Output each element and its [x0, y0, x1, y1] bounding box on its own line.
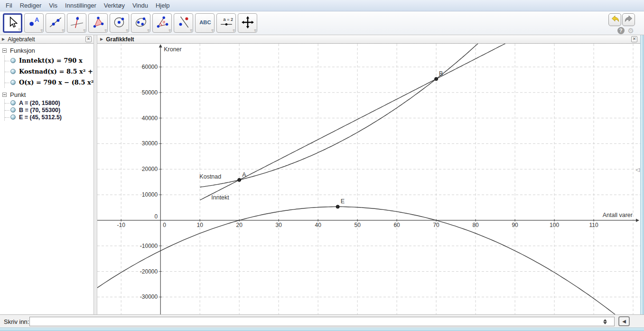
- undo-arrow-icon: [610, 14, 620, 26]
- point-label-e: E: [341, 198, 345, 205]
- y-axis-tick-label: 60000: [142, 64, 158, 70]
- conic-five-points-icon: [134, 16, 148, 31]
- close-icon[interactable]: ✕: [85, 36, 92, 42]
- tool-button-new-point[interactable]: A▿: [24, 13, 44, 33]
- tool-button-angle[interactable]: α▿: [152, 13, 172, 33]
- gear-icon[interactable]: ⚙: [628, 27, 634, 34]
- tool-button-polygon[interactable]: ▿: [88, 13, 108, 33]
- group-label: Funksjon: [10, 47, 35, 54]
- up-down-spinner-icon[interactable]: [602, 318, 608, 325]
- menu-item-verkty[interactable]: Verktøy: [100, 2, 129, 9]
- slider-icon: a = 2: [220, 16, 233, 31]
- menu-item-fil[interactable]: Fil: [2, 2, 16, 9]
- algebra-item-text: E = (45, 5312.5): [19, 114, 62, 121]
- algebra-item[interactable]: Inntekt(x) = 790 x: [5, 55, 93, 66]
- curve-label-inntekt: Inntekt: [211, 194, 229, 201]
- dropdown-triangle-icon[interactable]: ▿: [40, 28, 43, 33]
- algebra-item[interactable]: Kostnad(x) = 8.5 x² + 2: [5, 66, 93, 77]
- dropdown-triangle-icon[interactable]: ▿: [168, 28, 171, 33]
- visibility-marble-icon[interactable]: [10, 107, 16, 113]
- menu-item-vis[interactable]: Vis: [45, 2, 61, 9]
- menu-item-vindu[interactable]: Vindu: [129, 2, 152, 9]
- y-axis-tick-label: -20000: [140, 268, 158, 275]
- tool-button-move-cursor[interactable]: ▿: [3, 13, 22, 33]
- x-axis-name-label: Antall varer: [603, 212, 633, 218]
- x-axis-tick-label: 70: [433, 222, 439, 228]
- point-e: [336, 205, 339, 208]
- visibility-marble-icon[interactable]: [10, 80, 16, 85]
- algebra-item[interactable]: A = (20, 15800): [5, 99, 93, 106]
- y-axis-tick-label: 30000: [142, 140, 158, 147]
- help-settings-group: ? ⚙: [617, 27, 634, 34]
- point-label-b: B: [439, 70, 443, 77]
- algebra-group-header[interactable]: Funksjon: [0, 46, 93, 55]
- point-label-a: A: [242, 171, 246, 178]
- menu-item-hjelp[interactable]: Hjelp: [152, 2, 174, 9]
- dropdown-triangle-icon[interactable]: ▿: [104, 28, 107, 33]
- svg-text:a = 2: a = 2: [223, 17, 233, 21]
- x-axis-tick-label: 80: [472, 222, 479, 228]
- window-right-border: [640, 35, 644, 328]
- y-axis-tick-label: -10000: [140, 243, 158, 249]
- x-axis-tick-label: 60: [393, 222, 400, 228]
- algebra-item[interactable]: E = (45, 5312.5): [5, 113, 93, 121]
- panel-splitter[interactable]: [93, 35, 97, 314]
- algebra-group-items: Inntekt(x) = 790 xKostnad(x) = 8.5 x² + …: [4, 55, 93, 88]
- dropdown-triangle-icon[interactable]: ▿: [190, 28, 192, 33]
- triangle-right-icon[interactable]: ▶: [100, 37, 103, 41]
- graphics-panel-header: ▶ Grafikkfelt ✕: [97, 35, 640, 44]
- graph-canvas[interactable]: -100102030405060708090100110-30000-20000…: [97, 44, 640, 314]
- tool-button-insert-text[interactable]: ABC▿: [195, 13, 215, 33]
- tool-button-circle-center-point[interactable]: ▿: [110, 13, 129, 33]
- tool-button-slider[interactable]: a = 2▿: [216, 13, 236, 33]
- dropdown-triangle-icon[interactable]: ▿: [18, 28, 20, 32]
- dropdown-triangle-icon[interactable]: ▿: [233, 28, 235, 33]
- angle-icon: α: [156, 16, 169, 31]
- dropdown-triangle-icon[interactable]: ▿: [254, 28, 256, 33]
- x-axis-tick-label: -10: [117, 222, 126, 228]
- x-axis-tick-label: 90: [512, 222, 518, 228]
- y-axis-tick-label: 50000: [142, 89, 158, 96]
- menu-item-rediger[interactable]: Rediger: [16, 2, 46, 9]
- dropdown-triangle-icon[interactable]: ▿: [211, 28, 214, 33]
- algebra-group-punkt: PunktA = (20, 15800)B = (70, 55300)E = (…: [0, 90, 93, 121]
- visibility-marble-icon[interactable]: [10, 58, 16, 63]
- menu-item-innstillinger[interactable]: Innstillinger: [61, 2, 100, 9]
- algebra-item[interactable]: B = (70, 55300): [5, 106, 93, 113]
- help-question-icon[interactable]: ?: [617, 27, 625, 34]
- dropdown-triangle-icon[interactable]: ▿: [126, 28, 128, 33]
- graphics-view[interactable]: -100102030405060708090100110-30000-20000…: [97, 44, 640, 314]
- dropdown-triangle-icon[interactable]: ▿: [147, 28, 149, 33]
- group-label: Punkt: [10, 91, 26, 98]
- visibility-marble-icon[interactable]: [10, 114, 16, 120]
- redo-button[interactable]: [622, 13, 635, 26]
- tool-button-conic-five-points[interactable]: ▿: [131, 13, 150, 33]
- algebra-item[interactable]: O(x) = 790 x − (8.5 x² -: [5, 77, 93, 88]
- y-axis-zero-label: 0: [155, 213, 158, 220]
- visibility-marble-icon[interactable]: [10, 100, 16, 105]
- command-input[interactable]: [29, 317, 615, 326]
- svg-text:α: α: [163, 19, 165, 24]
- dropdown-triangle-icon[interactable]: ▿: [62, 28, 64, 33]
- undo-redo-group: [608, 13, 635, 26]
- algebra-group-header[interactable]: Punkt: [0, 90, 93, 99]
- y-axis-name-label: Kroner: [164, 46, 182, 53]
- graphics-panel-title: Grafikkfelt: [106, 36, 134, 43]
- tool-button-perpendicular-line[interactable]: ▿: [67, 13, 86, 33]
- collapse-minus-icon[interactable]: [2, 93, 7, 97]
- dropdown-triangle-icon[interactable]: ▿: [83, 28, 85, 33]
- x-axis-tick-label: 30: [275, 222, 282, 228]
- tool-buttons: ▿A▿▿▿▿▿▿α▿▿ABC▿a = 2▿▿: [3, 13, 257, 33]
- undo-button[interactable]: [608, 13, 621, 26]
- point-a: [238, 178, 241, 181]
- tool-button-reflect-about-line[interactable]: ▿: [174, 13, 193, 33]
- collapse-minus-icon[interactable]: [2, 48, 7, 53]
- visibility-marble-icon[interactable]: [10, 69, 16, 74]
- toggle-input-help-button[interactable]: ◀: [618, 316, 630, 326]
- tool-button-line-through-points[interactable]: ▿: [46, 13, 65, 33]
- triangle-right-icon[interactable]: ▶: [2, 37, 5, 41]
- algebra-item-text: B = (70, 55300): [19, 107, 60, 113]
- triangle-left-icon[interactable]: ◁: [635, 166, 640, 173]
- close-icon[interactable]: ✕: [631, 36, 637, 42]
- tool-button-move-graphics-view[interactable]: ▿: [238, 13, 257, 33]
